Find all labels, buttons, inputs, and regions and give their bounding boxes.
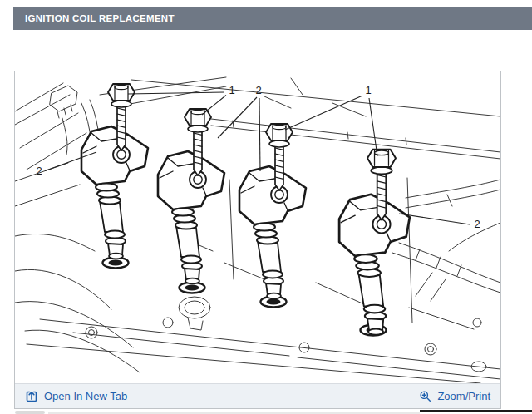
scrollbar-segment-left[interactable]: [15, 411, 45, 414]
ignition-coil-1: [81, 84, 148, 259]
spark-plug-wells: [103, 258, 387, 336]
callout-label-1a: 1: [229, 84, 234, 96]
zoom-in-icon: [419, 390, 431, 402]
section-title: IGNITION COIL REPLACEMENT: [25, 13, 175, 23]
callout-label-2c: 2: [474, 218, 480, 230]
callout-label-2b: 2: [36, 165, 42, 177]
figure-footer-bar: Open In New Tab Zoom/Print: [15, 383, 500, 408]
ignition-coil-3: [239, 124, 306, 298]
open-in-new-tab-link[interactable]: Open In New Tab: [25, 390, 127, 403]
open-in-new-tab-label: Open In New Tab: [44, 390, 127, 402]
engine-diagram: 1 2 1 2 2: [15, 71, 500, 383]
zoom-print-label: Zoom/Print: [437, 390, 490, 402]
section-header-bar: IGNITION COIL REPLACEMENT: [13, 7, 532, 30]
ignition-coil-4: [339, 150, 410, 335]
zoom-print-link[interactable]: Zoom/Print: [419, 390, 490, 402]
callout-label-2a: 2: [255, 84, 261, 96]
figure-card: 1 2 1 2 2 Open In New Tab: [14, 71, 501, 409]
next-section-edge: [420, 410, 532, 412]
ignition-coil-2: [158, 109, 224, 283]
callout-label-1b: 1: [365, 84, 371, 96]
open-in-new-tab-icon: [25, 390, 38, 403]
engine-diagram-svg: 1 2 1 2 2: [15, 71, 500, 383]
